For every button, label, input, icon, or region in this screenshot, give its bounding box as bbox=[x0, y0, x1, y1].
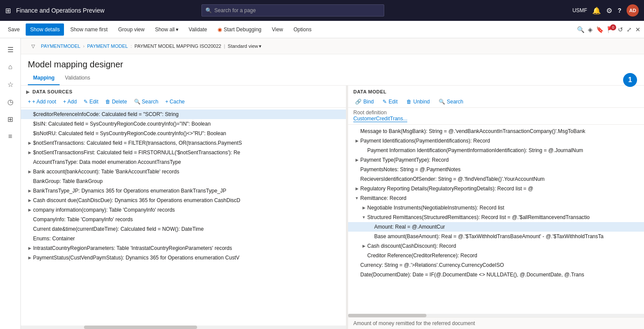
breadcrumb-part2[interactable]: PAYMENT MODEL bbox=[87, 43, 128, 49]
search-icon: 🔍 bbox=[205, 7, 212, 13]
root-definition: Root definition CustomerCreditTrans... bbox=[348, 108, 644, 124]
tree-chevron-15: ▶ bbox=[26, 254, 33, 261]
tree-item-14[interactable]: ▶ IntrastatCountryRegionParameters: Tabl… bbox=[21, 243, 346, 253]
filter-icon[interactable]: ▽ bbox=[28, 41, 38, 51]
show-name-first-button[interactable]: Show name first bbox=[66, 23, 112, 36]
tree-item-6[interactable]: ▶ Bank account(bankAccount): Table 'Bank… bbox=[21, 167, 346, 176]
breadcrumb-part1[interactable]: PAYMENTMODEL bbox=[41, 43, 80, 49]
tab-mapping[interactable]: Mapping bbox=[28, 71, 60, 85]
save-button[interactable]: Save bbox=[3, 23, 24, 36]
tab-validations[interactable]: Validations bbox=[60, 71, 95, 85]
tree-chevron-5 bbox=[26, 159, 33, 166]
user-avatar[interactable]: AD bbox=[627, 4, 639, 17]
data-model-tree[interactable]: Message to Bank(MsgBank): String = @.'ve… bbox=[348, 124, 644, 314]
dm-tree-item-11[interactable]: Base amount(BaseAmount): Real = @.'$TaxW… bbox=[348, 232, 644, 241]
dm-tree-item-12[interactable]: ▶ Cash discount(CashDiscount): Record bbox=[348, 241, 644, 251]
sidebar-list-icon[interactable]: ≡ bbox=[3, 129, 18, 144]
sidebar-menu-icon[interactable]: ☰ bbox=[3, 42, 18, 57]
data-sources-tree[interactable]: $creditorReferenceInfoCode: Calculated f… bbox=[21, 108, 346, 326]
split-panel: ▶ DATA SOURCES + + Add root + Add ✎ Edit bbox=[21, 86, 644, 329]
start-debugging-button[interactable]: ◉ Start Debugging bbox=[213, 23, 266, 36]
toolbar-close-icon[interactable]: ✕ bbox=[635, 26, 641, 33]
tree-item-3[interactable]: ▶ $notSentTransactions: Calculated field… bbox=[21, 138, 346, 148]
sidebar-history-icon[interactable]: ◷ bbox=[3, 94, 18, 110]
search-bar[interactable]: 🔍 Search for a page bbox=[201, 4, 384, 17]
dm-tree-item-9[interactable]: ▼ Structured Remittances(StructuredRemit… bbox=[348, 213, 644, 222]
dm-tree-item-13[interactable]: Creditor Reference(CreditorReference): R… bbox=[348, 251, 644, 260]
add-button[interactable]: + Add bbox=[61, 98, 78, 106]
tree-item-9[interactable]: ▶ Cash discount due(CashDiscDue): Dynami… bbox=[21, 196, 346, 205]
tree-item-12[interactable]: Current date&time(currentDateTime): Calc… bbox=[21, 224, 346, 234]
search-button[interactable]: 🔍 Search bbox=[132, 98, 160, 106]
tree-chevron-2 bbox=[26, 130, 33, 137]
validate-button[interactable]: Validate bbox=[184, 23, 211, 36]
tree-item-2[interactable]: $isNotRU: Calculated field = SysCountryR… bbox=[21, 129, 346, 138]
dm-tree-item-3[interactable]: ▶ Payment Type(PaymentType): Record bbox=[348, 155, 644, 165]
tree-item-text-11: CompanyInfo: Table 'CompanyInfo' records bbox=[33, 216, 133, 223]
delete-trash-icon: 🗑 bbox=[105, 99, 111, 105]
tree-item-1[interactable]: $IsIN: Calculated field = SysCountryRegi… bbox=[21, 119, 346, 129]
breadcrumb-bar: ▽ PAYMENTMODEL › PAYMENT MODEL : PAYMENT… bbox=[21, 38, 644, 54]
right-panel-hscroll[interactable] bbox=[348, 314, 644, 317]
toolbar-bookmark-icon[interactable]: 🔖 bbox=[596, 26, 604, 33]
dm-tree-item-5[interactable]: RecieversIdentificationOfSender: String … bbox=[348, 174, 644, 184]
data-model-header: DATA MODEL bbox=[348, 86, 644, 96]
grid-icon[interactable]: ⊞ bbox=[5, 7, 11, 15]
dm-tree-item-1[interactable]: ▶ Payment Identifications(PaymentIdentif… bbox=[348, 136, 644, 146]
dm-tree-item-15[interactable]: Date(DocumentDate): Date = IF(@.Document… bbox=[348, 270, 644, 279]
show-all-button[interactable]: Show all ▾ bbox=[151, 23, 182, 36]
dm-tree-item-7[interactable]: ▼ Remittance: Record bbox=[348, 193, 644, 203]
dm-tree-item-6[interactable]: ▶ Regulatory Reporting Details(Regulator… bbox=[348, 184, 644, 193]
tree-item-8[interactable]: ▶ BankTransType_JP: Dynamics 365 for Ope… bbox=[21, 186, 346, 196]
dm-tree-item-14[interactable]: Currency: String = @.'>Relations'.Curren… bbox=[348, 260, 644, 270]
unbind-button[interactable]: 🗑 Unbind bbox=[405, 98, 432, 106]
delete-button[interactable]: 🗑 Delete bbox=[104, 98, 129, 106]
tree-item-7[interactable]: BankGroup: Table BankGroup bbox=[21, 176, 346, 186]
tree-item-15[interactable]: ▶ PaymentStatus(CustVendPaymStatus): Dyn… bbox=[21, 253, 346, 263]
tree-item-11[interactable]: CompanyInfo: Table 'CompanyInfo' records bbox=[21, 215, 346, 224]
group-view-button[interactable]: Group view bbox=[114, 23, 149, 36]
standard-view-selector[interactable]: Standard view ▾ bbox=[228, 43, 262, 49]
tree-item-10[interactable]: ▶ company information(company): Table 'C… bbox=[21, 205, 346, 215]
notification-bell-icon[interactable]: 🔔 bbox=[592, 7, 601, 15]
app-title: Finance and Operations Preview bbox=[16, 7, 104, 14]
show-details-button[interactable]: Show details bbox=[26, 23, 64, 36]
tree-item-text-7: BankGroup: Table BankGroup bbox=[33, 178, 103, 184]
left-panel-hscroll[interactable] bbox=[21, 326, 346, 329]
cache-button[interactable]: + Cache bbox=[164, 98, 187, 106]
tree-item-5[interactable]: AccountTransType: Data model enumeration… bbox=[21, 157, 346, 167]
dm-tree-item-4[interactable]: PaymentsNotes: String = @.PaymentNotes bbox=[348, 165, 644, 174]
toolbar-diamond-icon[interactable]: ◈ bbox=[588, 26, 593, 33]
dm-tree-item-8[interactable]: ▶ Negotiable Instruments(NegotiableInstr… bbox=[348, 203, 644, 213]
dm-tree-item-2[interactable]: Payment Information Identification(Payme… bbox=[348, 146, 644, 155]
view-button[interactable]: View bbox=[268, 23, 288, 36]
tree-item-text-3: $notSentTransactions: Calculated field =… bbox=[33, 140, 242, 146]
dm-tree-item-10[interactable]: Amount: Real = @.AmountCur bbox=[348, 222, 644, 232]
toolbar-maximize-icon[interactable]: ⤢ bbox=[627, 26, 632, 33]
tree-chevron-14: ▶ bbox=[26, 245, 33, 252]
help-question-icon[interactable]: ? bbox=[617, 7, 621, 14]
settings-gear-icon[interactable]: ⚙ bbox=[606, 7, 612, 15]
toolbar-search-icon[interactable]: 🔍 bbox=[577, 26, 584, 33]
toolbar-refresh-icon[interactable]: ↺ bbox=[618, 26, 623, 33]
tree-item-4[interactable]: ▶ $notSentTransactionsFirst: Calculated … bbox=[21, 148, 346, 157]
data-sources-expand-icon[interactable]: ▶ bbox=[26, 90, 30, 94]
root-definition-value[interactable]: CustomerCreditTrans... bbox=[353, 116, 407, 122]
dm-tree-item-0[interactable]: Message to Bank(MsgBank): String = @.'ve… bbox=[348, 126, 644, 136]
bind-button[interactable]: 🔗 Bind bbox=[353, 98, 376, 106]
sidebar-grid-icon[interactable]: ⊞ bbox=[3, 111, 18, 127]
options-button[interactable]: Options bbox=[289, 23, 316, 36]
sidebar-star-icon[interactable]: ☆ bbox=[3, 76, 18, 92]
tree-item-0[interactable]: $creditorReferenceInfoCode: Calculated f… bbox=[21, 110, 346, 119]
tree-chevron-8: ▶ bbox=[26, 187, 33, 194]
edit-button[interactable]: ✎ Edit bbox=[82, 98, 100, 106]
dm-edit-button[interactable]: ✎ Edit bbox=[381, 98, 399, 106]
bind-link-icon: 🔗 bbox=[355, 99, 362, 105]
tree-item-13[interactable]: Enums: Container bbox=[21, 234, 346, 243]
tree-chevron-11 bbox=[26, 216, 33, 223]
tree-item-text-1: $IsIN: Calculated field = SysCountryRegi… bbox=[33, 121, 211, 127]
dm-search-button[interactable]: 🔍 Search bbox=[437, 98, 465, 106]
sidebar-home-icon[interactable]: ⌂ bbox=[3, 59, 18, 75]
add-root-button[interactable]: + + Add root bbox=[26, 98, 58, 106]
tree-item-text-8: BankTransType_JP: Dynamics 365 for Opera… bbox=[33, 188, 226, 194]
